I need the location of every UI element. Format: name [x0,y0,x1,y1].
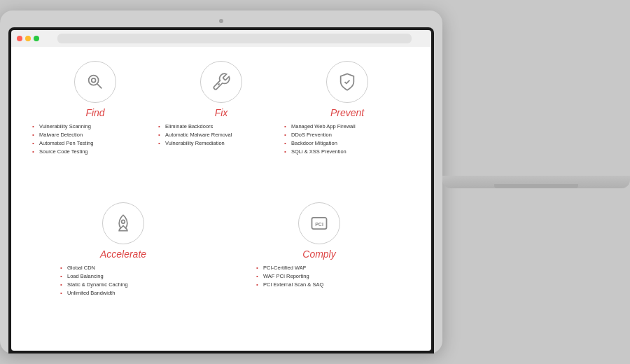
browser-content: Find Vulnerability Scanning Malware Dete… [11,47,431,351]
accelerate-icon-circle [102,202,144,244]
list-item: Static & Dynamic Caching [60,281,186,289]
accelerate-list: Global CDN Load Balancing Static & Dynam… [60,264,186,298]
shield-icon [337,72,357,92]
list-item: Vulnerability Scanning [32,122,158,131]
find-icon-circle [74,61,116,103]
category-prevent: Prevent Managed Web App Firewall DDoS Pr… [284,61,410,156]
screen-bezel: Find Vulnerability Scanning Malware Dete… [8,27,434,354]
list-item: DDoS Prevention [284,131,410,139]
camera-dot [219,19,223,23]
category-find: Find Vulnerability Scanning Malware Dete… [32,61,158,156]
svg-line-1 [97,84,102,88]
list-item: Load Balancing [60,272,186,281]
list-item: SQLi & XSS Prevention [284,148,410,156]
list-item: Unlimited Bandwidth [60,289,186,298]
category-comply: PCI Comply PCI-Certified WAF WAF PCI Rep… [256,202,382,289]
svg-line-3 [218,83,219,85]
svg-point-4 [122,220,125,223]
comply-title: Comply [302,248,335,260]
browser-chrome [11,30,431,47]
laptop-base [442,176,630,188]
laptop-outer: Find Vulnerability Scanning Malware Dete… [0,10,442,354]
svg-text:PCI: PCI [315,222,323,227]
list-item: PCI-Certified WAF [256,264,382,272]
traffic-lights [17,36,39,41]
rocket-icon [113,214,133,233]
list-item: Backdoor Mitigation [284,139,410,148]
svg-point-2 [92,78,96,83]
list-item: Managed Web App Firewall [284,122,410,131]
list-item: Automatic Malware Removal [158,131,284,139]
list-item: PCI External Scan & SAQ [256,281,382,289]
prevent-icon-circle [326,61,368,103]
top-row: Find Vulnerability Scanning Malware Dete… [32,61,410,195]
list-item: Source Code Testing [32,148,158,156]
list-item: Malware Detection [32,131,158,139]
category-accelerate: Accelerate Global CDN Load Balancing Sta… [60,202,186,298]
list-item: Global CDN [60,264,186,272]
bottom-row: Accelerate Global CDN Load Balancing Sta… [32,202,410,337]
list-item: Vulnerability Remediation [158,139,284,148]
wrench-icon [211,72,231,92]
find-title: Find [85,107,104,118]
list-item: Eliminate Backdoors [158,122,284,131]
svg-point-0 [89,76,99,85]
traffic-light-yellow[interactable] [25,36,31,41]
comply-icon-circle: PCI [298,202,340,244]
pci-icon: PCI [309,214,329,233]
list-item: Automated Pen Testing [32,139,158,148]
traffic-light-green[interactable] [34,36,39,41]
list-item: WAF PCI Reporting [256,272,382,281]
fix-icon-circle [200,61,242,103]
search-icon [85,72,105,92]
prevent-list: Managed Web App Firewall DDoS Prevention… [284,122,410,156]
fix-title: Fix [215,107,228,118]
address-bar[interactable] [57,34,412,43]
fix-list: Eliminate Backdoors Automatic Malware Re… [158,122,284,148]
accelerate-title: Accelerate [100,248,146,260]
category-fix: Fix Eliminate Backdoors Automatic Malwar… [158,61,284,148]
find-list: Vulnerability Scanning Malware Detection… [32,122,158,156]
prevent-title: Prevent [330,107,364,118]
traffic-light-red[interactable] [17,36,22,41]
comply-list: PCI-Certified WAF WAF PCI Reporting PCI … [256,264,382,289]
